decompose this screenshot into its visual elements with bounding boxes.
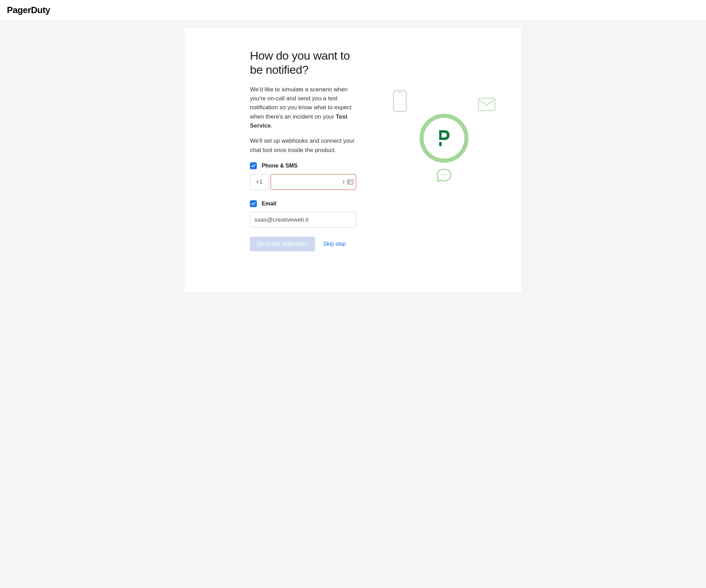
svg-point-9 (446, 174, 447, 175)
notification-illustration (392, 90, 496, 186)
svg-point-8 (443, 174, 445, 175)
svg-point-7 (441, 174, 442, 175)
skip-step-link[interactable]: Skip step (323, 241, 346, 247)
main-area: How do you want to be notified? We'd lik… (0, 21, 706, 300)
exclamation-icon: ! (343, 179, 346, 185)
checkmark-icon (251, 163, 256, 168)
svg-text:!: ! (343, 179, 345, 185)
form-column: How do you want to be notified? We'd lik… (184, 49, 366, 251)
button-row: Send test notification Skip step (250, 237, 356, 251)
phone-input-row: ! (250, 174, 356, 190)
send-test-notification-button[interactable]: Send test notification (250, 237, 315, 251)
phone-sms-checkbox[interactable] (250, 162, 257, 169)
svg-point-2 (349, 181, 350, 182)
onboarding-card: How do you want to be notified? We'd lik… (184, 28, 522, 293)
description-1: We'd like to simulate a scenario when yo… (250, 85, 356, 131)
phone-icon (393, 90, 407, 112)
email-check-row: Email (250, 200, 356, 207)
email-input[interactable] (250, 212, 356, 228)
email-checkbox[interactable] (250, 200, 257, 207)
phone-sms-label: Phone & SMS (262, 163, 297, 169)
phone-error-icon: ! (343, 179, 353, 185)
country-code-input[interactable] (250, 174, 269, 190)
phone-input-wrapper: ! (271, 174, 356, 190)
checkmark-icon (251, 201, 256, 206)
illustration-column (366, 49, 522, 251)
contact-card-icon (347, 180, 353, 184)
p-logo-icon (437, 130, 451, 147)
logo-circle-icon (420, 114, 468, 163)
brand-logo: PagerDuty (7, 5, 50, 15)
svg-rect-6 (439, 142, 442, 146)
description-1-after: . (271, 122, 273, 129)
email-label: Email (262, 201, 276, 207)
svg-rect-5 (478, 98, 495, 111)
phone-sms-check-row: Phone & SMS (250, 162, 356, 169)
page-title: How do you want to be notified? (250, 49, 356, 77)
mail-icon (478, 98, 496, 111)
app-header: PagerDuty (0, 0, 706, 21)
description-2: We'll set up webhooks and connect your c… (250, 136, 356, 155)
chat-icon (436, 168, 452, 183)
